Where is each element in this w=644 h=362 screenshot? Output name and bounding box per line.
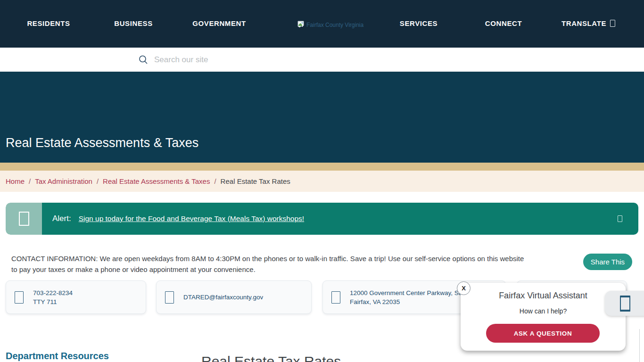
city-state-zip: Fairfax, VA 22035 [350, 297, 469, 306]
breadcrumb-link-home[interactable]: Home [6, 177, 25, 185]
nav-translate-label: TRANSLATE [561, 19, 606, 27]
chat-subtitle: How can I help? [461, 307, 626, 315]
breadcrumb-current-page: Real Estate Tax Rates [221, 177, 290, 185]
chat-title: Fairfax Virtual Assistant [461, 291, 626, 301]
nav-item-services[interactable]: SERVICES [400, 19, 438, 27]
email-address[interactable]: DTARED@fairfaxcounty.gov [183, 293, 263, 302]
alert-message-area: Alert: Sign up today for the Food and Be… [42, 203, 638, 235]
alert-banner: Alert: Sign up today for the Food and Be… [6, 203, 638, 235]
breadcrumb: Home / Tax Administration / Real Estate … [0, 171, 644, 192]
alert-label: Alert: [52, 214, 71, 223]
ask-a-question-button[interactable]: ASK A QUESTION [486, 324, 600, 343]
page-title: Real Estate Assessments & Taxes [6, 136, 198, 150]
contact-card-email[interactable]: DTARED@fairfaxcounty.gov [156, 280, 312, 314]
share-this-button[interactable]: Share This [583, 254, 632, 270]
nav-item-government[interactable]: GOVERNMENT [192, 19, 246, 27]
department-resources-heading: Department Resources [6, 351, 109, 362]
nav-item-translate[interactable]: TRANSLATE [561, 19, 615, 27]
site-logo[interactable]: Fairfax County Virginia [297, 21, 363, 29]
email-icon [165, 291, 174, 304]
breadcrumb-separator: / [214, 177, 216, 185]
broken-image-icon [297, 21, 305, 29]
chat-close-button[interactable]: X [457, 281, 471, 295]
real-estate-tax-rates-heading: Real Estate Tax Rates [201, 354, 341, 362]
breadcrumb-separator: / [29, 177, 31, 185]
search-icon[interactable] [138, 55, 149, 65]
hero-banner: Real Estate Assessments & Taxes [0, 72, 644, 163]
phone-icon [15, 291, 24, 304]
nav-item-connect[interactable]: CONNECT [485, 19, 522, 27]
chat-launcher-icon [620, 296, 630, 312]
top-navigation: RESIDENTS BUSINESS GOVERNMENT Fairfax Co… [0, 0, 644, 48]
location-icon [331, 291, 340, 304]
translate-dropdown-icon [610, 20, 615, 27]
phone-number[interactable]: 703-222-8234 [33, 288, 73, 297]
contact-information-text: CONTACT INFORMATION: We are open weekday… [11, 253, 530, 275]
alert-link[interactable]: Sign up today for the Food and Beverage … [79, 214, 304, 223]
tty-number: TTY 711 [33, 297, 73, 306]
virtual-assistant-popup: X Fairfax Virtual Assistant How can I he… [461, 283, 626, 351]
nav-item-residents[interactable]: RESIDENTS [27, 19, 70, 27]
alert-bell-icon [19, 212, 29, 226]
alert-icon-segment [6, 203, 42, 235]
breadcrumb-separator: / [97, 177, 99, 185]
search-input[interactable] [154, 55, 484, 65]
nav-item-business[interactable]: BUSINESS [114, 19, 153, 27]
chat-frame-border [639, 329, 640, 362]
street-address[interactable]: 12000 Government Center Parkway, Suite [350, 288, 469, 297]
site-logo-alt-text: Fairfax County Virginia [306, 22, 363, 28]
breadcrumb-link-real-estate[interactable]: Real Estate Assessments & Taxes [103, 177, 210, 185]
chat-launcher-button[interactable] [605, 291, 644, 316]
contact-card-phone[interactable]: 703-222-8234 TTY 711 [6, 280, 146, 314]
alert-close-icon[interactable] [618, 215, 622, 224]
site-search-bar [0, 48, 644, 72]
tan-divider-bar [0, 163, 644, 171]
breadcrumb-link-tax-administration[interactable]: Tax Administration [35, 177, 92, 185]
